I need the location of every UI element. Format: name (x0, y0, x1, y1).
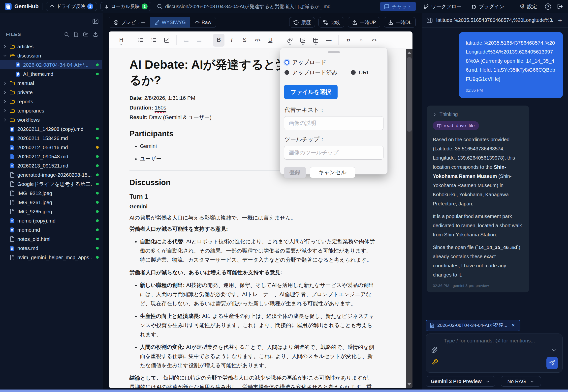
tree-folder-workflows[interactable]: workflows (0, 115, 102, 124)
collapse-sidebar-icon[interactable] (92, 18, 99, 25)
tree-file[interactable]: AI_theme.md (0, 69, 102, 79)
collapse-panel-icon[interactable] (426, 17, 433, 24)
sync-status-dot (96, 128, 99, 130)
chat-session-title: latitude:%2035.516543786468574,%20Longit… (436, 17, 553, 23)
new-folder-icon[interactable] (83, 31, 89, 37)
alt-text-input[interactable] (284, 116, 383, 130)
history-button[interactable]: 履歴 (289, 17, 315, 28)
tree-file[interactable]: 20260211_153426.md (0, 134, 102, 143)
tree-folder-discussion[interactable]: discussion (0, 51, 102, 60)
double-chevron-button[interactable]: » (355, 34, 367, 47)
search-icon (157, 3, 163, 9)
tree-folder-manual[interactable]: manual (0, 79, 102, 88)
new-file-icon[interactable] (73, 32, 79, 37)
arrow-down-icon (104, 4, 109, 9)
send-button[interactable] (546, 357, 558, 369)
tooltip-input[interactable] (284, 146, 383, 160)
code-block-button[interactable]: <> (368, 34, 380, 47)
scroll-up-arrow[interactable] (406, 49, 412, 56)
model-selector[interactable]: Gemini 3 Pro Preview (426, 376, 495, 387)
logout-button[interactable] (557, 3, 564, 10)
bold-button[interactable]: B (213, 34, 224, 47)
tab-preview[interactable]: プレビュー (109, 17, 150, 28)
thinking-toggle[interactable]: Thinking (433, 112, 523, 117)
outdent-button[interactable] (193, 34, 205, 47)
drag-handle[interactable] (328, 51, 340, 53)
help-button[interactable]: ? (544, 3, 552, 10)
image-button[interactable] (297, 34, 309, 47)
heading-button[interactable]: H (116, 34, 127, 47)
tree-file[interactable]: Googleドライブを思考する第二... (0, 179, 102, 189)
tab-plugin[interactable]: プラグイン (469, 2, 507, 11)
tree-file[interactable]: IMG_9212.jpeg (0, 189, 102, 198)
scrollbar-thumb[interactable] (407, 57, 412, 132)
file-search-bar[interactable]: discussion/2026-02-08T04-34-04-AIが発達すると労… (157, 3, 377, 10)
indent-button[interactable] (181, 34, 192, 47)
blockquote-button[interactable]: ” (343, 34, 354, 47)
file-label: 2026-02-08T04-34-04-AIが... (23, 61, 89, 68)
bullet-list-button[interactable] (135, 34, 147, 47)
drive-sync-button[interactable]: ドライブ反映 1 (46, 2, 97, 11)
chevron-down-icon[interactable] (551, 348, 557, 353)
temp-upload-button[interactable]: 一時UP (348, 17, 380, 28)
inline-code-button[interactable]: </> (252, 34, 263, 47)
strikethrough-button[interactable]: S (239, 34, 250, 47)
table-button[interactable] (310, 34, 321, 47)
tree-file[interactable]: generated-image-20260208-15... (0, 170, 102, 179)
tab-wysiwyg[interactable]: WYSIWYG (150, 17, 190, 28)
underline-button[interactable]: U (265, 34, 276, 47)
cancel-button[interactable]: キャンセル (310, 167, 355, 178)
tools-wrench-icon[interactable] (432, 359, 438, 365)
radio-uploaded[interactable]: アップロード済み (284, 69, 338, 76)
attached-file-chip[interactable]: 2026-02-08T04-34-04-AIが発達... ✕ (426, 320, 520, 331)
link-button[interactable] (284, 34, 296, 47)
view-mode-switcher: プレビュー WYSIWYG <> Raw (109, 17, 216, 28)
tree-folder-articles[interactable]: articles (0, 42, 102, 51)
radio-upload[interactable]: アップロード (284, 58, 326, 66)
local-sync-badge: 1 (142, 3, 148, 9)
tree-file[interactable]: notes_old.html (0, 234, 102, 244)
preview-eye-icon (113, 19, 119, 25)
attach-paperclip-icon[interactable] (431, 347, 438, 353)
numbered-list-button[interactable]: 12 (148, 34, 159, 47)
temp-download-button[interactable]: 一時DL (384, 17, 416, 28)
tree-file[interactable]: memo.md (0, 225, 102, 234)
tree-file-selected[interactable]: 2026-02-08T04-34-04-AIが... (0, 60, 102, 69)
compare-button[interactable]: 比較 (318, 17, 344, 28)
tree-file[interactable]: 20260213_091521.md (0, 161, 102, 170)
horizontal-rule-button[interactable]: — (323, 34, 334, 47)
tree-folder-private[interactable]: private (0, 88, 102, 97)
tab-chat[interactable]: チャット (380, 2, 416, 11)
upload-file-icon[interactable] (93, 32, 98, 37)
tree-file[interactable]: memo (copy).md (0, 216, 102, 225)
scroll-down-arrow[interactable] (406, 381, 412, 388)
task-list-button[interactable] (161, 34, 172, 47)
tab-workflow[interactable]: ワークフロー (421, 2, 464, 11)
tree-file[interactable]: IMG_9261.jpeg (0, 198, 102, 207)
submit-button[interactable]: 登録 (284, 167, 306, 178)
tree-file[interactable]: nvim_gemini_helper_mcp_apps... (0, 253, 102, 262)
tab-raw[interactable]: <> Raw (190, 17, 216, 28)
tool-call-badge[interactable]: read_drive_file (433, 121, 479, 130)
chat-input[interactable] (443, 337, 547, 355)
folder-icon (9, 89, 15, 95)
tree-file[interactable]: 20260212_053116.md (0, 143, 102, 152)
new-chat-button[interactable]: + (557, 17, 564, 24)
local-sync-button[interactable]: ローカル反映 1 (100, 2, 151, 11)
search-files-icon[interactable] (64, 32, 69, 37)
choose-file-button[interactable]: ファイルを選択 (284, 85, 338, 99)
radio-url[interactable]: URL (351, 69, 370, 76)
tree-file[interactable]: notes.md (0, 244, 102, 253)
tree-file[interactable]: 20260211_142908 (copy).md (0, 124, 102, 134)
file-md-icon (15, 62, 21, 68)
tree-file[interactable]: IMG_9265.jpeg (0, 207, 102, 216)
italic-button[interactable]: I (226, 34, 237, 47)
file-label: workflows (17, 117, 40, 123)
tree-folder-reports[interactable]: reports (0, 97, 102, 106)
rag-selector[interactable]: No RAG (501, 376, 541, 387)
remove-attachment-icon[interactable]: ✕ (510, 323, 516, 328)
tree-folder-temporaries[interactable]: temporaries (0, 106, 102, 115)
tree-file[interactable]: 20260212_090548.md (0, 152, 102, 161)
editor-scrollbar[interactable] (406, 49, 412, 388)
settings-button[interactable]: ⚙ 設定 (517, 2, 539, 11)
